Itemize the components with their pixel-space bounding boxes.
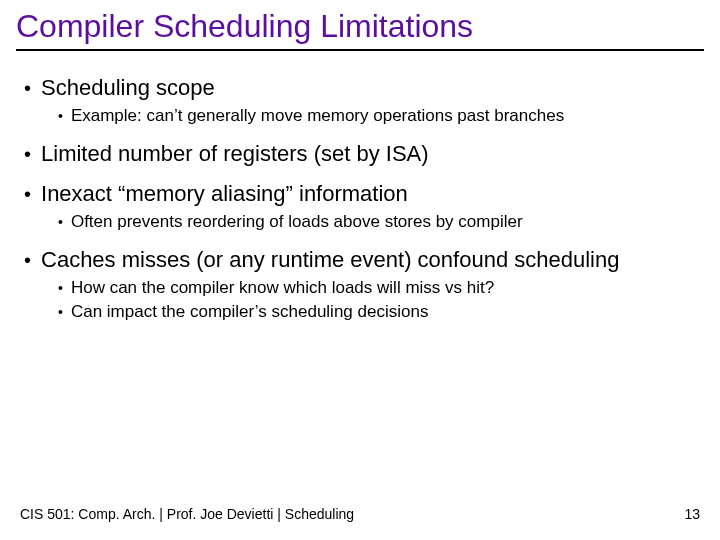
bullet-level-1: • Caches misses (or any runtime event) c… [24,247,696,273]
bullet-dot-icon: • [24,181,31,207]
list-item: • Often prevents reordering of loads abo… [58,211,696,233]
slide: Compiler Scheduling Limitations • Schedu… [0,0,720,540]
list-item: • Scheduling scope • Example: can’t gene… [24,75,696,127]
bullet-level-1: • Inexact “memory aliasing” information [24,181,696,207]
sub-bullet-text: Example: can’t generally move memory ope… [71,105,564,127]
sub-bullet-text: Can impact the compiler’s scheduling dec… [71,301,429,323]
bullet-list: • Scheduling scope • Example: can’t gene… [24,75,696,323]
bullet-dot-icon: • [24,141,31,167]
list-item: • How can the compiler know which loads … [58,277,696,299]
bullet-level-2: • Often prevents reordering of loads abo… [58,211,696,233]
sub-bullet-text: How can the compiler know which loads wi… [71,277,494,299]
bullet-level-2: • Example: can’t generally move memory o… [58,105,696,127]
list-item: • Example: can’t generally move memory o… [58,105,696,127]
page-number: 13 [684,506,700,522]
bullet-text: Caches misses (or any runtime event) con… [41,247,619,273]
sub-bullet-list: • How can the compiler know which loads … [24,277,696,323]
bullet-level-2: • Can impact the compiler’s scheduling d… [58,301,696,323]
list-item: • Caches misses (or any runtime event) c… [24,247,696,323]
sub-bullet-list: • Example: can’t generally move memory o… [24,105,696,127]
bullet-dot-icon: • [24,247,31,273]
list-item: • Can impact the compiler’s scheduling d… [58,301,696,323]
bullet-dot-icon: • [58,301,63,323]
sub-bullet-list: • Often prevents reordering of loads abo… [24,211,696,233]
bullet-level-2: • How can the compiler know which loads … [58,277,696,299]
bullet-level-1: • Scheduling scope [24,75,696,101]
sub-bullet-text: Often prevents reordering of loads above… [71,211,523,233]
slide-body: • Scheduling scope • Example: can’t gene… [0,51,720,323]
bullet-dot-icon: • [58,277,63,299]
bullet-text: Scheduling scope [41,75,215,101]
footer-left: CIS 501: Comp. Arch. | Prof. Joe Deviett… [20,506,354,522]
slide-title: Compiler Scheduling Limitations [0,0,720,49]
bullet-dot-icon: • [58,105,63,127]
bullet-text: Inexact “memory aliasing” information [41,181,408,207]
list-item: • Inexact “memory aliasing” information … [24,181,696,233]
bullet-text: Limited number of registers (set by ISA) [41,141,429,167]
bullet-dot-icon: • [24,75,31,101]
list-item: • Limited number of registers (set by IS… [24,141,696,167]
slide-footer: CIS 501: Comp. Arch. | Prof. Joe Deviett… [20,506,700,522]
bullet-level-1: • Limited number of registers (set by IS… [24,141,696,167]
bullet-dot-icon: • [58,211,63,233]
